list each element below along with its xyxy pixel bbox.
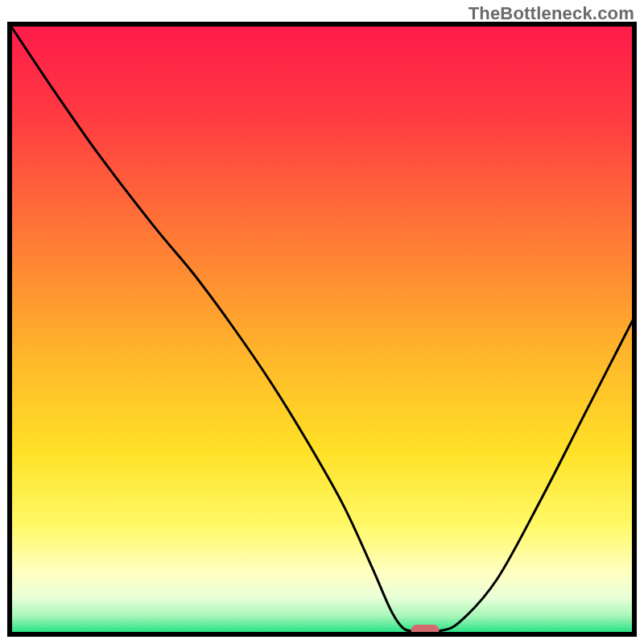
chart-container: TheBottleneck.com (0, 0, 644, 644)
gradient-background (10, 24, 634, 634)
watermark-label: TheBottleneck.com (469, 3, 634, 24)
bottleneck-chart (0, 0, 644, 644)
plot-area (10, 24, 634, 636)
